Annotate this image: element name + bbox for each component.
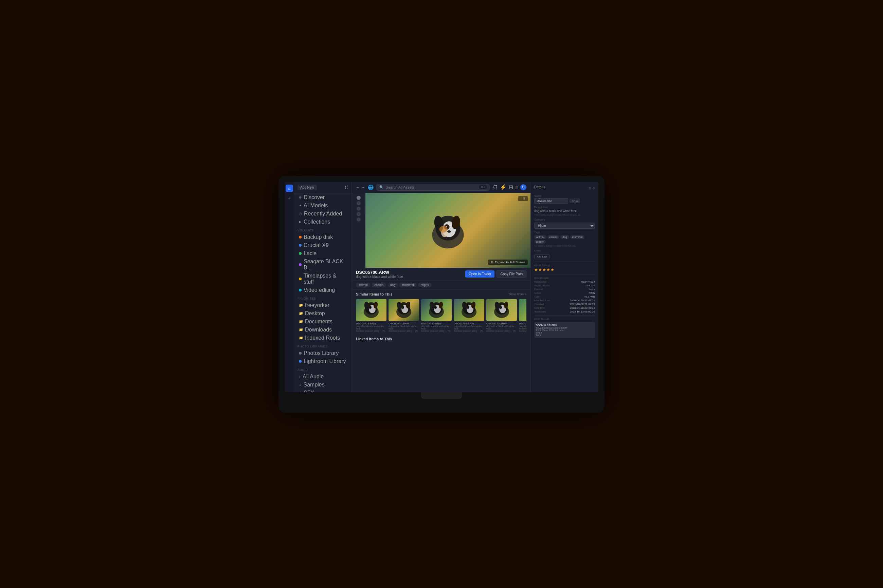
filmstrip-dot-4[interactable] <box>357 212 361 216</box>
rtag-dog[interactable]: dog <box>560 235 569 239</box>
action-buttons: Open in Folder Copy File Path <box>465 270 526 278</box>
tag-mammal[interactable]: mammal <box>399 283 417 287</box>
list-view-icon[interactable]: ≡ <box>515 184 518 190</box>
name-field: .ARW <box>534 198 595 204</box>
home-icon[interactable]: ⌂ <box>286 184 293 192</box>
sidebar-item-documents[interactable]: 📁Documents <box>295 318 350 326</box>
aspect-value: 763:510 <box>585 284 595 287</box>
similar-thumb-3 <box>454 299 484 321</box>
seagate-dot <box>299 263 302 266</box>
mode-label: Mode <box>534 291 541 294</box>
search-input[interactable] <box>385 185 477 189</box>
filmstrip-dot-1[interactable] <box>357 196 361 200</box>
user-icon[interactable]: U <box>520 184 526 190</box>
expand-icon: ⊞ <box>491 261 493 264</box>
filmstrip-dot-2[interactable] <box>357 201 361 205</box>
svg-point-49 <box>500 307 501 308</box>
sidebar-item-timelapses[interactable]: Timelapses & stuff <box>295 272 350 286</box>
open-in-folder-button[interactable]: Open in Folder <box>465 270 495 278</box>
audio-icon: ♪ <box>299 375 301 378</box>
similar-tags-4: #animal #canine #dog ... (5) <box>486 330 517 332</box>
grid-view-icon[interactable]: ⊞ <box>509 184 513 190</box>
sidebar-item-collections[interactable]: ▶ Collections <box>295 218 350 226</box>
rtag-puppy[interactable]: puppy <box>534 240 546 244</box>
similar-name-4: DSC05722.ARW <box>486 322 517 325</box>
add-new-button[interactable]: Add New <box>298 184 317 190</box>
sidebar-item-all-audio[interactable]: ♪All Audio <box>295 372 350 381</box>
sidebar-item-backup-disk[interactable]: Backup disk <box>295 233 350 241</box>
sidebar-item-crucial-x9[interactable]: Crucial X9 <box>295 241 350 249</box>
modified-row: Modified 2020-04-20 20:47:02 <box>534 306 595 309</box>
sidebar-item-freeyorker[interactable]: 📁freeyorker <box>295 301 350 309</box>
svg-point-16 <box>370 306 371 308</box>
panel-header: Details ⊞ ⚙ <box>534 185 595 192</box>
sidebar-item-ai-models[interactable]: ✦ AI Models <box>295 201 350 210</box>
similar-item-2[interactable]: DSC05225.ARW dog with a black and white … <box>421 299 452 332</box>
sidebar-item-video-editing[interactable]: Video editing <box>295 286 350 294</box>
sidebar-item-lacie[interactable]: Lacie <box>295 249 350 258</box>
add-link-button[interactable]: Add Link <box>534 254 549 259</box>
similar-item-4[interactable]: DSC05722.ARW dog with a black and white … <box>486 299 517 332</box>
svg-point-8 <box>447 230 451 233</box>
tag-canine[interactable]: canine <box>372 283 387 287</box>
tag-dog[interactable]: dog <box>388 283 398 287</box>
svg-point-11 <box>439 226 448 232</box>
sidebar-item-downloads[interactable]: 📁Downloads <box>295 326 350 334</box>
similar-header: Similar Items to This Show More > <box>356 292 526 296</box>
similar-item-1[interactable]: DSC05351.ARW dog with a black and white … <box>388 299 419 332</box>
similar-item-5[interactable]: DSC05897.ARW dog with a black and white … <box>519 299 526 332</box>
divider-2 <box>534 274 595 274</box>
sidebar-item-photos-library[interactable]: Photos Library <box>295 349 350 357</box>
details-title: Details <box>534 185 545 189</box>
audio-label: Audio <box>294 365 352 372</box>
sidebar-item-seagate[interactable]: Seagate BLACK B... <box>295 258 350 272</box>
clock-icon[interactable]: ⏱ <box>492 184 498 190</box>
search-bar[interactable]: 🔍 ⌘K <box>376 184 489 190</box>
rtag-canine[interactable]: canine <box>548 235 560 239</box>
expand-button[interactable]: ⊞ Expand to Full Screen <box>488 260 528 265</box>
collapse-sidebar-button[interactable]: ⟨⟨ <box>345 185 348 190</box>
category-select[interactable]: Photo <box>534 223 595 229</box>
main-image: ↑ 5 ⊞ Expand to Full Screen <box>366 193 531 268</box>
share-button[interactable]: ↑ 5 <box>518 196 528 201</box>
mode-value: RAW <box>589 291 595 294</box>
recent-icon: ◷ <box>299 212 302 216</box>
share-icon[interactable]: ⚡ <box>500 184 507 190</box>
sidebar-item-lightroom-library[interactable]: Lightroom Library <box>295 357 350 365</box>
sidebar-item-sfx[interactable]: ✦SFX <box>295 389 350 392</box>
filmstrip-dot-5[interactable] <box>357 218 361 222</box>
rtag-mammal[interactable]: mammal <box>570 235 585 239</box>
tag-animal[interactable]: animal <box>356 283 370 287</box>
svg-point-40 <box>467 306 469 308</box>
exif-focal: 50mm <box>536 332 593 334</box>
similar-name-2: DSC05225.ARW <box>421 322 452 325</box>
rating-stars[interactable]: ★★★★★ <box>534 267 595 272</box>
indexed-roots-icon: 📁 <box>299 336 303 340</box>
show-more-button[interactable]: Show More > <box>508 292 526 296</box>
sidebar-item-indexed-roots[interactable]: 📁Indexed Roots <box>295 334 350 342</box>
disk-dot <box>299 236 302 238</box>
sidebar-item-desktop[interactable]: 📁Desktop <box>295 309 350 318</box>
sidebar-item-recently-added[interactable]: ◷ Recently Added <box>295 210 350 218</box>
filmstrip-dot-3[interactable] <box>357 207 361 211</box>
tag-puppy[interactable]: puppy <box>418 283 432 287</box>
rtag-animal[interactable]: animal <box>534 235 546 239</box>
name-input[interactable] <box>534 198 568 204</box>
similar-tags-5: #animal #canine #dog ... (5) <box>519 330 526 332</box>
exif-line2: E 28-75mm F2.8-3.8 Lens <box>536 329 593 332</box>
svg-point-48 <box>500 306 502 308</box>
similar-tags-2: #animal #canine #dog ... (5) <box>421 330 452 332</box>
add-icon[interactable]: + <box>288 195 290 201</box>
nav-arrows[interactable]: ← → <box>356 185 365 190</box>
collections-icon: ▶ <box>299 220 302 224</box>
similar-item-3[interactable]: DSC05701.ARW dog with a black and white … <box>454 299 484 332</box>
resolution-label: Resolution <box>534 280 547 283</box>
photo-libraries-label: Photo Libraries <box>294 342 352 349</box>
sidebar-item-discover[interactable]: ⊕ Discover <box>295 194 350 201</box>
exif-line1: ƒ/3.2 1/800 ISO 1000 34.0MP <box>536 327 593 329</box>
copy-file-path-button[interactable]: Copy File Path <box>496 270 526 278</box>
sidebar-item-samples[interactable]: ♫Samples <box>295 381 350 389</box>
similar-item-0[interactable]: DSC05711.ARW dog with a black and white … <box>356 299 387 332</box>
similar-tags-0: #animal #canine #dog ... (5) <box>356 330 387 332</box>
modified-value: 2020-04-20 20:47:02 <box>570 306 595 309</box>
